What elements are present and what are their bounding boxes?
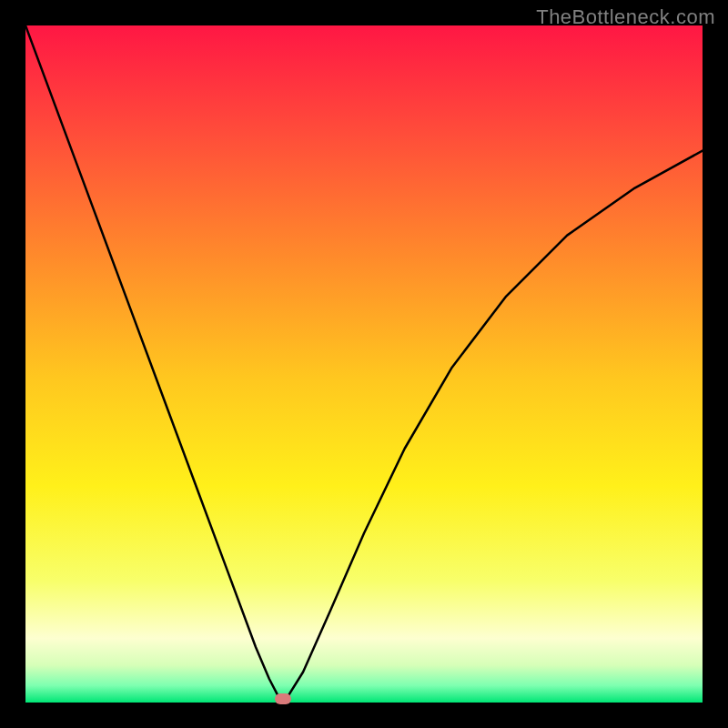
optimal-marker xyxy=(275,693,291,704)
gradient-background xyxy=(25,25,703,703)
plot-area xyxy=(25,25,703,703)
watermark-text: TheBottleneck.com xyxy=(536,5,715,29)
plot-svg xyxy=(25,25,703,703)
chart-frame: TheBottleneck.com xyxy=(0,0,728,728)
